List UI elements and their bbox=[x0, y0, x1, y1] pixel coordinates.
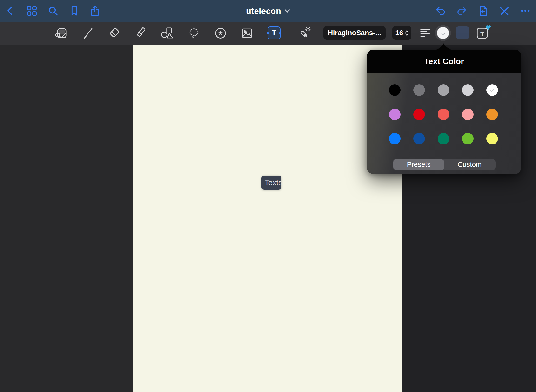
top-navigation-bar: utelecon bbox=[0, 0, 536, 22]
lasso-icon bbox=[187, 26, 201, 40]
document-title-label: utelecon bbox=[246, 6, 281, 16]
shapes-icon bbox=[160, 26, 174, 40]
more-ellipsis-icon bbox=[520, 5, 531, 16]
image-icon bbox=[240, 26, 254, 40]
swatch-green[interactable] bbox=[438, 133, 449, 144]
font-family-button[interactable]: HiraginoSans-... bbox=[323, 26, 386, 40]
shapes-tool[interactable] bbox=[159, 26, 175, 41]
eraser-icon bbox=[107, 26, 121, 40]
font-size-stepper[interactable]: 16 bbox=[392, 26, 411, 40]
popup-title: Text Color bbox=[424, 57, 464, 66]
add-page-icon bbox=[477, 5, 489, 16]
read-only-mode-button[interactable] bbox=[498, 5, 510, 17]
redo-button[interactable] bbox=[456, 5, 468, 17]
swatch-light-gray[interactable] bbox=[462, 84, 474, 96]
swatch-gray[interactable] bbox=[438, 84, 449, 96]
canvas-text-label: Texts bbox=[261, 178, 282, 187]
lasso-tool[interactable] bbox=[186, 26, 202, 41]
font-family-label: HiraginoSans-... bbox=[328, 29, 381, 37]
pen-icon bbox=[81, 26, 95, 40]
undo-icon bbox=[435, 5, 446, 16]
tools-toolbar: T bbox=[0, 22, 536, 45]
text-handle-left bbox=[267, 32, 269, 34]
tab-presets[interactable]: Presets bbox=[393, 159, 444, 170]
zoom-window-tool[interactable] bbox=[53, 26, 68, 41]
text-style-glyph: T bbox=[480, 31, 484, 38]
swatch-dark-blue[interactable] bbox=[413, 133, 425, 144]
swatch-coral[interactable] bbox=[438, 109, 449, 120]
popup-title-bar: Text Color bbox=[367, 50, 521, 73]
selected-checkmark-icon bbox=[489, 86, 496, 94]
title-chevron-down-icon bbox=[285, 9, 290, 13]
canvas-background-left bbox=[0, 45, 133, 392]
text-color-button[interactable] bbox=[435, 25, 451, 41]
sticker-star-icon bbox=[214, 26, 228, 40]
text-tool-glyph: T bbox=[272, 29, 276, 37]
popup-body: PresetsCustom bbox=[367, 73, 521, 174]
swatch-red[interactable] bbox=[413, 109, 425, 120]
toolbar-divider bbox=[74, 27, 74, 39]
image-tool[interactable] bbox=[239, 26, 255, 41]
elements-tool[interactable] bbox=[213, 26, 228, 41]
swatch-yellow[interactable] bbox=[486, 133, 498, 144]
font-size-value: 16 bbox=[395, 29, 403, 37]
swatch-pink[interactable] bbox=[462, 109, 474, 120]
align-left-icon bbox=[420, 28, 430, 37]
add-page-button[interactable] bbox=[477, 5, 489, 17]
laser-pointer-tool[interactable] bbox=[297, 26, 312, 41]
note-page[interactable] bbox=[133, 45, 402, 392]
redo-icon bbox=[456, 5, 467, 16]
swatch-black[interactable] bbox=[389, 84, 401, 96]
fill-color-button[interactable] bbox=[456, 26, 469, 39]
text-handle-right bbox=[279, 32, 281, 34]
canvas-text-object[interactable]: Texts bbox=[261, 176, 281, 190]
swatch-white[interactable] bbox=[486, 84, 498, 96]
pen-tool[interactable] bbox=[80, 26, 96, 41]
color-chevron-down-icon bbox=[441, 33, 445, 35]
swatch-light-green[interactable] bbox=[462, 133, 474, 144]
stepper-chevrons-icon bbox=[405, 29, 409, 37]
pen-crossed-icon bbox=[499, 5, 510, 16]
undo-button[interactable] bbox=[435, 5, 446, 17]
current-color-swatch bbox=[437, 27, 449, 39]
zoom-window-icon bbox=[54, 26, 68, 40]
document-title[interactable]: utelecon bbox=[0, 0, 536, 22]
highlighter-icon bbox=[134, 26, 148, 40]
goodnotes-app: utelecon bbox=[0, 0, 536, 392]
swatch-orange[interactable] bbox=[486, 109, 498, 120]
text-color-popup: Text Color PresetsCustom bbox=[367, 50, 521, 174]
swatch-grid bbox=[389, 84, 498, 144]
laser-pointer-icon bbox=[297, 26, 311, 40]
swatch-dark-gray[interactable] bbox=[413, 84, 425, 96]
more-options-button[interactable] bbox=[520, 5, 531, 17]
swatch-purple[interactable] bbox=[389, 109, 401, 120]
toolbar-divider bbox=[317, 27, 317, 39]
popup-tabs: PresetsCustom bbox=[393, 159, 496, 170]
eraser-tool[interactable] bbox=[107, 26, 122, 41]
tab-custom[interactable]: Custom bbox=[444, 159, 495, 170]
text-align-button[interactable] bbox=[419, 27, 431, 39]
text-style-button[interactable]: T bbox=[475, 25, 492, 41]
text-tool-active[interactable]: T bbox=[268, 26, 281, 39]
swatch-blue[interactable] bbox=[389, 133, 401, 144]
popup-callout-arrow bbox=[436, 43, 451, 50]
highlighter-tool[interactable] bbox=[134, 26, 149, 41]
